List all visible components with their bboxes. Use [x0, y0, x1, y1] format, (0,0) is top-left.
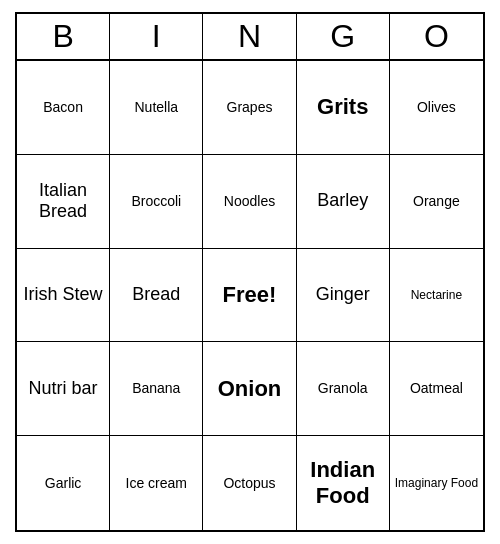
cell-r1-c2: Noodles	[203, 155, 296, 249]
header-letter: I	[110, 14, 203, 59]
cell-r3-c2: Onion	[203, 342, 296, 436]
header-letter: N	[203, 14, 296, 59]
cell-r2-c0: Irish Stew	[17, 249, 110, 343]
cell-r3-c0: Nutri bar	[17, 342, 110, 436]
cell-r0-c1: Nutella	[110, 61, 203, 155]
header-letter: O	[390, 14, 483, 59]
cell-r0-c3: Grits	[297, 61, 390, 155]
cell-r4-c4: Imaginary Food	[390, 436, 483, 530]
cell-r1-c3: Barley	[297, 155, 390, 249]
cell-r3-c4: Oatmeal	[390, 342, 483, 436]
cell-r0-c0: Bacon	[17, 61, 110, 155]
cell-r2-c3: Ginger	[297, 249, 390, 343]
bingo-card: BINGO BaconNutellaGrapesGritsOlivesItali…	[15, 12, 485, 532]
cell-r1-c4: Orange	[390, 155, 483, 249]
cell-r4-c1: Ice cream	[110, 436, 203, 530]
bingo-grid: BaconNutellaGrapesGritsOlivesItalian Bre…	[15, 59, 485, 532]
cell-r2-c4: Nectarine	[390, 249, 483, 343]
cell-r2-c2: Free!	[203, 249, 296, 343]
cell-r4-c3: Indian Food	[297, 436, 390, 530]
cell-r1-c1: Broccoli	[110, 155, 203, 249]
cell-r4-c2: Octopus	[203, 436, 296, 530]
cell-r3-c1: Banana	[110, 342, 203, 436]
cell-r4-c0: Garlic	[17, 436, 110, 530]
cell-r0-c2: Grapes	[203, 61, 296, 155]
header-letter: B	[17, 14, 110, 59]
header-letter: G	[297, 14, 390, 59]
cell-r2-c1: Bread	[110, 249, 203, 343]
cell-r1-c0: Italian Bread	[17, 155, 110, 249]
cell-r0-c4: Olives	[390, 61, 483, 155]
bingo-header: BINGO	[15, 12, 485, 59]
cell-r3-c3: Granola	[297, 342, 390, 436]
